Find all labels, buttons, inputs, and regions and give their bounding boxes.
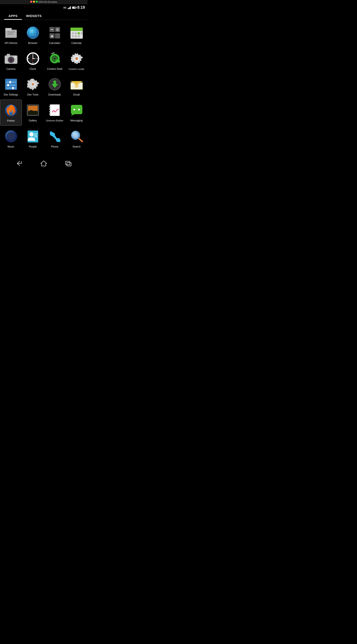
svg-point-59 <box>51 53 52 54</box>
custom-locale-icon <box>70 52 84 66</box>
content-shell-icon <box>48 52 62 66</box>
svg-point-92 <box>49 106 50 107</box>
custom-locale-label: Custom Locale <box>69 68 84 70</box>
app-item-calculator[interactable]: Calculator <box>44 22 66 48</box>
api-demos-icon <box>4 26 18 40</box>
svg-point-98 <box>78 109 80 110</box>
svg-rect-1 <box>5 28 12 30</box>
app-item-gestures-builder[interactable]: Gestures Builder <box>44 100 66 126</box>
recents-button[interactable] <box>65 160 72 166</box>
svg-rect-26 <box>75 32 77 34</box>
app-item-calendar[interactable]: Calendar <box>66 22 88 48</box>
app-item-browser[interactable]: Browser <box>22 22 44 48</box>
bottom-nav <box>0 156 88 171</box>
title-bar: 5554:N5-Emulator <box>0 0 88 4</box>
app-item-api-demos[interactable]: API Demos <box>0 22 22 48</box>
app-grid: API Demos <box>0 20 88 154</box>
svg-rect-96 <box>71 105 82 114</box>
signal-bars-icon <box>68 6 71 9</box>
back-button[interactable] <box>15 160 23 166</box>
maximize-button[interactable] <box>36 1 38 3</box>
app-item-clock[interactable]: Clock <box>22 48 44 74</box>
svg-point-62 <box>53 52 54 53</box>
window-title: 5554:N5-Emulator <box>38 1 57 3</box>
calendar-icon <box>70 26 84 40</box>
svg-rect-21 <box>51 36 53 37</box>
svg-text:@: @ <box>74 83 78 88</box>
svg-point-64 <box>58 61 60 62</box>
clock-label: Clock <box>30 68 36 71</box>
svg-rect-109 <box>34 134 37 134</box>
app-item-music[interactable]: Music <box>0 126 22 152</box>
app-item-phone[interactable]: Phone <box>44 126 66 152</box>
svg-rect-111 <box>34 136 37 137</box>
close-button[interactable] <box>30 1 32 3</box>
svg-rect-28 <box>81 32 82 34</box>
app-item-downloads[interactable]: Downloads <box>44 74 66 100</box>
app-item-email[interactable]: @ Email <box>66 74 88 100</box>
svg-point-40 <box>14 56 16 58</box>
calendar-label: Calendar <box>71 42 82 45</box>
app-item-messaging[interactable]: Messaging <box>66 100 88 126</box>
phone-icon <box>48 130 62 143</box>
svg-point-38 <box>11 58 12 60</box>
dev-tools-icon <box>26 78 40 91</box>
email-label: Email <box>73 93 80 96</box>
app-item-people[interactable]: People <box>22 126 44 152</box>
people-icon <box>26 130 40 143</box>
svg-rect-30 <box>75 35 77 37</box>
gallery-icon <box>26 103 40 117</box>
svg-rect-31 <box>78 35 80 37</box>
app-item-camera[interactable]: Camera <box>0 48 22 74</box>
app-item-dev-settings[interactable]: Dev Settings <box>0 74 22 100</box>
firefox-label: Firefox <box>7 119 15 123</box>
gestures-builder-icon <box>48 103 62 117</box>
status-bar: 3G 8:19 <box>0 4 88 11</box>
svg-rect-27 <box>78 32 80 34</box>
app-item-content-shell[interactable]: Content Shell <box>44 48 66 74</box>
svg-rect-74 <box>12 87 14 89</box>
svg-rect-81 <box>54 81 56 84</box>
svg-point-93 <box>49 108 50 110</box>
downloads-icon <box>48 78 62 91</box>
messaging-icon <box>70 103 84 117</box>
svg-point-67 <box>76 58 78 60</box>
tab-apps[interactable]: APPS <box>4 11 22 20</box>
minimize-button[interactable] <box>33 1 35 3</box>
clock-icon <box>26 52 40 66</box>
svg-rect-16 <box>55 33 60 38</box>
app-item-search[interactable]: Search <box>66 126 88 152</box>
firefox-icon <box>4 104 18 117</box>
music-icon <box>4 130 18 143</box>
svg-rect-14 <box>55 27 60 32</box>
email-icon: @ <box>70 78 84 91</box>
tab-widgets[interactable]: WIDGETS <box>22 11 46 20</box>
search-icon <box>70 130 84 143</box>
svg-rect-70 <box>9 81 11 83</box>
search-label: Search <box>72 145 80 148</box>
gallery-label: Gallery <box>29 119 37 122</box>
svg-rect-18 <box>56 29 59 29</box>
svg-line-115 <box>79 138 82 142</box>
app-item-custom-locale[interactable]: Custom Locale <box>66 48 88 74</box>
battery-icon <box>72 6 76 9</box>
svg-rect-39 <box>6 54 10 56</box>
svg-rect-17 <box>51 29 53 30</box>
app-item-dev-tools[interactable]: Dev Tools <box>22 74 44 100</box>
messaging-label: Messaging <box>70 119 82 122</box>
gestures-builder-label: Gestures Builder <box>46 119 64 122</box>
browser-icon <box>26 26 40 40</box>
camera-icon <box>4 52 18 66</box>
home-button[interactable] <box>40 160 48 167</box>
svg-point-77 <box>32 84 34 85</box>
time-display: 8:19 <box>77 5 85 10</box>
network-type: 3G <box>63 6 66 9</box>
calculator-label: Calculator <box>49 42 60 45</box>
svg-point-51 <box>32 58 33 59</box>
people-label: People <box>29 145 37 148</box>
app-item-firefox[interactable]: Firefox <box>0 100 22 126</box>
svg-rect-72 <box>7 84 9 86</box>
svg-point-103 <box>10 136 12 137</box>
svg-point-108 <box>29 132 34 136</box>
app-item-gallery[interactable]: Gallery <box>22 100 44 126</box>
